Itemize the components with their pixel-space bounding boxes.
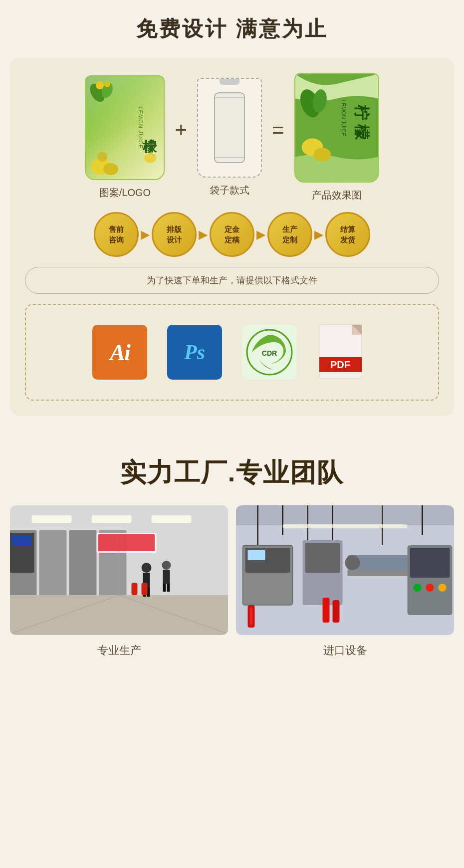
- result-label: 产品效果图: [312, 189, 362, 202]
- pdf-format-icon: PDF: [317, 320, 372, 385]
- ai-label: Ai: [110, 339, 129, 366]
- ai-icon-box: Ai: [92, 325, 147, 380]
- plus-symbol: +: [175, 118, 187, 142]
- process-step-2: 排版设计: [152, 212, 197, 257]
- production-label: 专业生产: [97, 644, 141, 656]
- svg-rect-44: [163, 584, 166, 592]
- factory-photos: [10, 505, 454, 635]
- svg-rect-34: [12, 535, 32, 545]
- step-3-text: 定金定稿: [225, 224, 239, 245]
- process-step-3: 定金定稿: [210, 212, 254, 257]
- notice-box: 为了快速下单和生产，请提供以下格式文件: [25, 267, 439, 294]
- ai-format-icon: Ai: [92, 325, 147, 380]
- svg-rect-61: [248, 550, 265, 560]
- factory-captions: 专业生产 进口设备: [10, 643, 454, 658]
- svg-text:柠: 柠: [353, 105, 370, 121]
- pdf-svg: PDF: [317, 320, 372, 385]
- arrow-2: ▶: [199, 227, 208, 241]
- factory-title: 实力工厂.专业团队: [10, 455, 454, 490]
- svg-rect-77: [283, 524, 408, 528]
- lemon-package-result: 柠 檬 LEMON JUICE: [294, 73, 379, 183]
- caption-equipment: 进口设备: [236, 643, 454, 658]
- bag-label: 袋子款式: [210, 184, 249, 197]
- svg-rect-46: [132, 583, 138, 595]
- cdr-icon-box: CDR: [242, 325, 297, 380]
- svg-rect-47: [142, 583, 148, 595]
- product-item-logo: 柠檬 LEMON JUICE 图案/LOGO: [85, 75, 165, 200]
- equipment-label: 进口设备: [323, 644, 367, 656]
- svg-point-74: [414, 584, 422, 592]
- process-step-5: 结算发货: [325, 212, 370, 257]
- svg-rect-29: [32, 515, 72, 523]
- process-step-4: 生产定制: [267, 212, 312, 257]
- ps-label: Ps: [184, 340, 205, 364]
- caption-production: 专业生产: [10, 643, 228, 658]
- process-step-1: 售前咨询: [94, 212, 139, 257]
- product-item-result: 柠 檬 LEMON JUICE 产品效果图: [294, 73, 379, 202]
- svg-point-75: [426, 584, 434, 592]
- notice-text: 为了快速下单和生产，请提供以下格式文件: [147, 275, 317, 285]
- svg-point-68: [345, 555, 360, 570]
- svg-point-7: [144, 153, 156, 163]
- cdr-format-icon: CDR: [242, 325, 297, 380]
- process-row: 售前咨询 ▶ 排版设计 ▶ 定金定稿 ▶ 生产定制 ▶ 结算发货: [25, 212, 439, 257]
- factory-equipment-svg: [236, 505, 454, 635]
- step-2-text: 排版设计: [167, 224, 182, 245]
- svg-rect-35: [39, 530, 67, 595]
- svg-rect-45: [167, 584, 170, 592]
- svg-rect-63: [250, 608, 253, 625]
- svg-text:PDF: PDF: [330, 359, 350, 370]
- lemon-package-design: 柠檬 LEMON JUICE: [85, 75, 165, 180]
- logo-label: 图案/LOGO: [99, 186, 151, 200]
- product-item-bag: 袋子款式: [197, 78, 262, 197]
- free-design-section: 免费设计 满意为止: [0, 0, 464, 435]
- svg-rect-26: [10, 595, 228, 635]
- cdr-svg: CDR: [242, 325, 297, 380]
- svg-rect-36: [69, 530, 97, 595]
- ps-icon-box: Ps: [167, 325, 222, 380]
- svg-rect-70: [323, 598, 330, 623]
- svg-rect-49: [98, 534, 155, 551]
- svg-point-15: [313, 148, 331, 161]
- svg-rect-73: [410, 548, 450, 578]
- product-demo-row: 柠檬 LEMON JUICE 图案/LOGO +: [25, 73, 439, 202]
- factory-section: 实力工厂.专业团队: [0, 435, 464, 673]
- svg-point-3: [104, 81, 110, 87]
- step-4-text: 生产定制: [282, 224, 297, 245]
- svg-rect-65: [305, 543, 340, 573]
- factory-room-svg: [10, 505, 228, 635]
- factory-photo-1: [10, 505, 228, 635]
- file-formats-box: Ai Ps: [25, 304, 439, 401]
- svg-point-38: [142, 563, 152, 573]
- svg-point-76: [439, 584, 447, 592]
- design-card: 柠檬 LEMON JUICE 图案/LOGO +: [10, 58, 454, 416]
- svg-rect-8: [215, 93, 244, 163]
- ps-format-icon: Ps: [167, 325, 222, 380]
- arrow-3: ▶: [256, 227, 265, 241]
- svg-point-42: [162, 561, 171, 570]
- svg-text:CDR: CDR: [262, 349, 277, 357]
- svg-point-6: [97, 152, 107, 162]
- free-design-title: 免费设计 满意为止: [10, 15, 454, 43]
- empty-bag: [197, 78, 262, 178]
- svg-text:檬: 檬: [353, 124, 370, 141]
- svg-point-5: [103, 163, 118, 175]
- lemon-package-sub: LEMON JUICE: [138, 107, 144, 149]
- svg-text:LEMON JUICE: LEMON JUICE: [340, 100, 346, 136]
- svg-rect-71: [333, 600, 340, 623]
- step-5-text: 结算发货: [340, 224, 355, 245]
- svg-rect-52: [236, 505, 454, 525]
- equals-symbol: =: [272, 118, 284, 142]
- step-1-text: 售前咨询: [109, 224, 124, 245]
- arrow-1: ▶: [141, 227, 150, 241]
- pdf-icon-box: PDF: [317, 320, 372, 385]
- svg-rect-30: [92, 515, 132, 523]
- svg-point-2: [96, 81, 104, 89]
- svg-rect-31: [152, 515, 192, 523]
- factory-photo-2: [236, 505, 454, 635]
- arrow-4: ▶: [314, 227, 323, 241]
- svg-rect-43: [163, 570, 170, 584]
